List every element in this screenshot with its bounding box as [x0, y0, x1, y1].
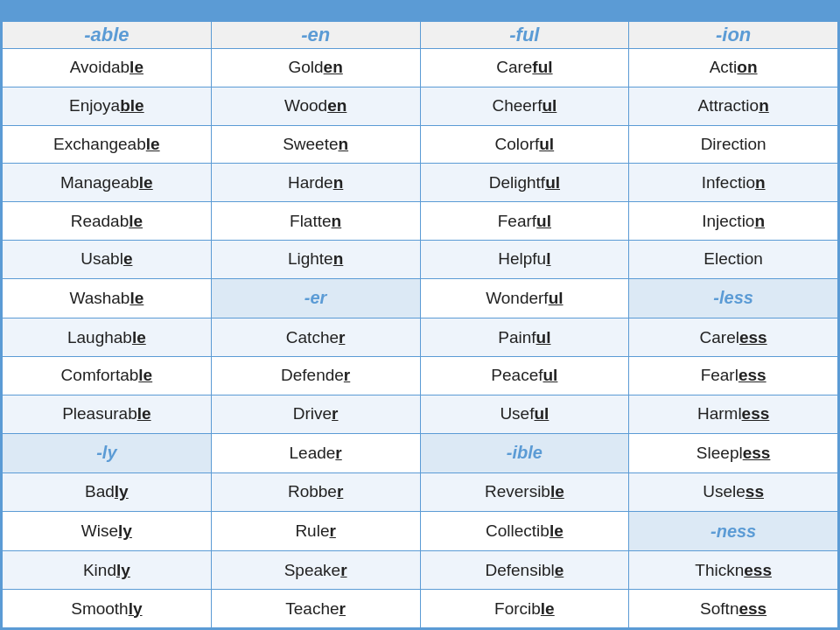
table-row: BadlyRobberReversibleUseless	[3, 473, 838, 512]
word-suffix: n	[759, 96, 769, 115]
word-root: Election	[704, 249, 763, 268]
cell-ion: Fearless	[629, 357, 838, 396]
cell-ion: Careless	[629, 318, 838, 357]
word-root: Wise	[81, 522, 118, 540]
word-suffix: r	[332, 404, 338, 423]
word-root: Acti	[710, 58, 738, 76]
suffix-table: -able -en -ful -ion AvoidableGoldenCaref…	[2, 21, 838, 628]
word-suffix: le	[550, 522, 564, 540]
cell-ion: -less	[629, 278, 838, 318]
table-row: -lyLeader-ibleSleepless	[3, 433, 838, 472]
word-suffix: en	[324, 58, 343, 76]
cell-ful: Careful	[420, 49, 629, 88]
word-suffix: le	[132, 328, 146, 346]
suffix-label: -er	[304, 288, 327, 307]
cell-ion: Attraction	[629, 87, 838, 125]
word-root: Thickn	[695, 561, 744, 579]
word-suffix: ul	[534, 404, 549, 423]
table-row: ManageableHardenDelightfulInfection	[3, 164, 838, 202]
cell-en: Harden	[211, 164, 420, 202]
word-root: Speake	[284, 561, 340, 579]
table-row: EnjoyableWoodenCheerfulAttraction	[3, 87, 838, 125]
word-suffix: ess	[744, 561, 772, 579]
cell-able: Readable	[3, 202, 212, 241]
table-row: WiselyRulerCollectible-ness	[3, 511, 838, 550]
cell-able: -ly	[3, 433, 212, 472]
cell-ion: Useless	[629, 473, 838, 512]
word-suffix: ul	[539, 135, 554, 153]
cell-ful: Wonderful	[420, 278, 629, 318]
cell-en: Driver	[211, 395, 420, 433]
cell-able: Exchangeable	[3, 125, 212, 164]
word-suffix: le	[550, 482, 564, 500]
word-root: Rule	[295, 522, 329, 540]
cell-en: Ruler	[211, 511, 420, 550]
word-suffix: n	[333, 249, 344, 268]
word-suffix: le	[137, 404, 151, 423]
table-row: Washable-erWonderful-less	[3, 278, 838, 318]
word-suffix: le	[129, 212, 143, 230]
cell-en: Teacher	[211, 590, 420, 628]
cell-ful: Fearful	[420, 202, 629, 241]
suffix-label: -ness	[710, 522, 756, 541]
word-suffix: r	[340, 599, 346, 618]
word-suffix: n	[332, 212, 342, 230]
word-root: Usef	[500, 404, 534, 423]
word-suffix: ul	[536, 212, 551, 230]
cell-ion: Thickness	[629, 551, 838, 590]
word-suffix: ul	[549, 289, 564, 307]
cell-able: Laughable	[3, 318, 212, 357]
cell-able: Avoidable	[3, 49, 212, 88]
word-root: Sweete	[283, 135, 338, 153]
cell-ion: Injection	[629, 202, 838, 241]
word-root: Attractio	[697, 96, 759, 115]
word-suffix: r	[335, 444, 341, 462]
word-suffix: ful	[532, 58, 552, 76]
word-suffix: ess	[739, 328, 767, 346]
table-container: -able -en -ful -ion AvoidableGoldenCaref…	[0, 19, 840, 630]
word-root: Harde	[288, 173, 333, 192]
word-root: Carel	[700, 328, 739, 346]
cell-ful: Defensible	[420, 551, 629, 590]
cell-able: Enjoyable	[3, 87, 212, 125]
cell-en: Sweeten	[211, 125, 420, 164]
table-row: ReadableFlattenFearfulInjection	[3, 202, 838, 241]
word-suffix: ss	[746, 482, 764, 500]
word-suffix: ess	[742, 404, 770, 423]
word-root: Avoidab	[70, 58, 130, 76]
cell-ion: Sleepless	[629, 433, 838, 472]
cell-ion: Election	[629, 240, 838, 278]
word-root: Direction	[701, 135, 766, 153]
col-ion-header: -ion	[629, 22, 838, 49]
word-suffix: r	[329, 522, 335, 540]
word-suffix: ly	[118, 522, 132, 540]
header	[0, 0, 840, 19]
suffix-label: -ly	[96, 443, 116, 462]
cell-ful: Useful	[420, 395, 629, 433]
cell-ful: Forcible	[420, 590, 629, 628]
word-root: Fearl	[701, 366, 738, 384]
word-root: Readab	[71, 212, 130, 230]
cell-ful: Cheerful	[420, 87, 629, 125]
cell-en: Flatten	[211, 202, 420, 241]
word-root: Usabl	[80, 249, 123, 268]
cell-able: Comfortable	[3, 357, 212, 396]
word-suffix: n	[754, 212, 765, 230]
word-suffix: r	[337, 482, 343, 500]
header-row: -able -en -ful -ion	[3, 22, 838, 49]
word-root: Helpfu	[498, 249, 546, 268]
word-root: Enjoya	[69, 96, 120, 115]
word-root: Collectib	[486, 522, 550, 540]
word-root: Fearf	[498, 212, 536, 230]
cell-ful: Reversible	[420, 473, 629, 512]
cell-ful: Delightful	[420, 164, 629, 202]
word-root: Drive	[293, 404, 332, 423]
word-root: Delightf	[489, 173, 545, 192]
word-suffix: e	[123, 249, 133, 268]
cell-en: -er	[211, 278, 420, 318]
word-root: Flatte	[290, 212, 332, 230]
cell-ion: Harmless	[629, 395, 838, 433]
cell-en: Defender	[211, 357, 420, 396]
word-root: Softn	[700, 599, 738, 618]
word-suffix: le	[130, 58, 144, 76]
